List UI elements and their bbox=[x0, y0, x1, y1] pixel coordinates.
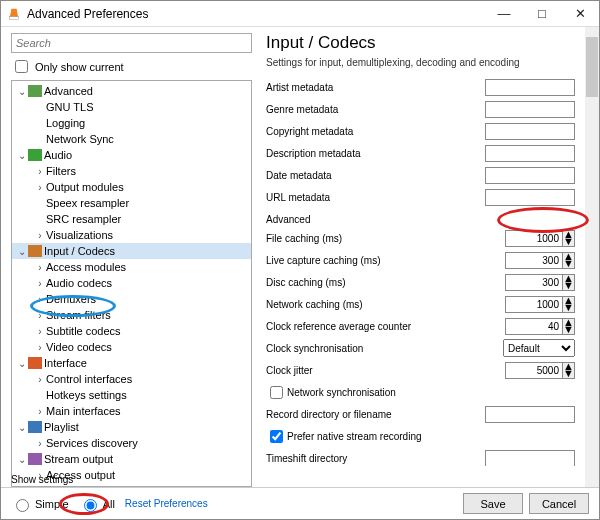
footer: Show settings Simple All Reset Preferenc… bbox=[1, 487, 599, 519]
tree-node[interactable]: ⌄Playlist bbox=[12, 419, 251, 435]
setting-row: Clock jitter▲▼ bbox=[266, 359, 575, 381]
setting-row: Timeshift directory bbox=[266, 447, 575, 466]
tree-node[interactable]: ›Services discovery bbox=[12, 435, 251, 451]
category-icon bbox=[28, 85, 42, 97]
setting-row: Date metadata bbox=[266, 164, 575, 186]
category-icon bbox=[28, 357, 42, 369]
tree-node[interactable]: ⌄Audio bbox=[12, 147, 251, 163]
category-icon bbox=[28, 245, 42, 257]
setting-row: Clock synchronisationDefault bbox=[266, 337, 575, 359]
tree-node[interactable]: ›Audio codecs bbox=[12, 275, 251, 291]
tree-node[interactable]: ›Main interfaces bbox=[12, 403, 251, 419]
tree-node[interactable]: SRC resampler bbox=[12, 211, 251, 227]
vlc-icon bbox=[7, 7, 21, 21]
tree-node[interactable]: ›Subtitle codecs bbox=[12, 323, 251, 339]
setting-row: Prefer native stream recording bbox=[266, 425, 575, 447]
tree-node[interactable]: ›Access modules bbox=[12, 259, 251, 275]
select-input[interactable]: Default bbox=[503, 339, 575, 357]
show-settings-label: Show settings bbox=[11, 474, 73, 485]
spin-input[interactable] bbox=[505, 362, 563, 379]
radio-all[interactable]: All bbox=[79, 496, 115, 512]
cancel-button[interactable]: Cancel bbox=[529, 493, 589, 514]
tree-node[interactable]: Network Sync bbox=[12, 131, 251, 147]
spin-buttons[interactable]: ▲▼ bbox=[563, 362, 575, 379]
setting-row: Copyright metadata bbox=[266, 120, 575, 142]
maximize-button[interactable]: □ bbox=[523, 1, 561, 26]
right-panel: Input / Codecs Settings for input, demul… bbox=[256, 27, 599, 487]
setting-row: Clock reference average counter▲▼ bbox=[266, 315, 575, 337]
setting-row: Network synchronisation bbox=[266, 381, 575, 403]
spin-buttons[interactable]: ▲▼ bbox=[563, 318, 575, 335]
only-show-current-checkbox[interactable] bbox=[15, 60, 28, 73]
page-title: Input / Codecs bbox=[266, 33, 589, 53]
checkbox-input[interactable] bbox=[270, 430, 283, 443]
spin-buttons[interactable]: ▲▼ bbox=[563, 230, 575, 247]
preferences-tree[interactable]: ⌄AdvancedGNU TLSLoggingNetwork Sync⌄Audi… bbox=[11, 80, 252, 487]
tree-node[interactable]: ›Demuxers bbox=[12, 291, 251, 307]
spin-buttons[interactable]: ▲▼ bbox=[563, 274, 575, 291]
tree-node[interactable]: ›Control interfaces bbox=[12, 371, 251, 387]
spin-buttons[interactable]: ▲▼ bbox=[563, 296, 575, 313]
text-input[interactable] bbox=[485, 145, 575, 162]
tree-node[interactable]: Hotkeys settings bbox=[12, 387, 251, 403]
category-icon bbox=[28, 453, 42, 465]
setting-row: Description metadata bbox=[266, 142, 575, 164]
setting-row: Artist metadata bbox=[266, 76, 575, 98]
minimize-button[interactable]: — bbox=[485, 1, 523, 26]
checkbox-input[interactable] bbox=[270, 386, 283, 399]
only-show-current[interactable]: Only show current bbox=[11, 57, 252, 76]
tree-node[interactable]: GNU TLS bbox=[12, 99, 251, 115]
tree-node[interactable]: ›Video codecs bbox=[12, 339, 251, 355]
setting-row: Disc caching (ms)▲▼ bbox=[266, 271, 575, 293]
text-input[interactable] bbox=[485, 167, 575, 184]
spin-input[interactable] bbox=[505, 296, 563, 313]
search-input[interactable] bbox=[11, 33, 252, 53]
settings-scroll[interactable]: Artist metadataGenre metadataCopyright m… bbox=[266, 76, 589, 466]
scrollbar[interactable] bbox=[585, 76, 589, 466]
setting-row: Network caching (ms)▲▼ bbox=[266, 293, 575, 315]
category-icon bbox=[28, 421, 42, 433]
tree-node[interactable]: ›Output modules bbox=[12, 179, 251, 195]
tree-node[interactable]: ⌄Advanced bbox=[12, 83, 251, 99]
spin-input[interactable] bbox=[505, 230, 563, 247]
setting-row: File caching (ms)▲▼ bbox=[266, 227, 575, 249]
spin-input[interactable] bbox=[505, 318, 563, 335]
text-input[interactable] bbox=[485, 189, 575, 206]
setting-row: Live capture caching (ms)▲▼ bbox=[266, 249, 575, 271]
tree-node[interactable]: ›Stream filters bbox=[12, 307, 251, 323]
setting-row: URL metadata bbox=[266, 186, 575, 208]
svg-rect-0 bbox=[10, 16, 19, 19]
tree-node[interactable]: Logging bbox=[12, 115, 251, 131]
setting-row: Genre metadata bbox=[266, 98, 575, 120]
setting-row: Record directory or filename bbox=[266, 403, 575, 425]
spin-input[interactable] bbox=[505, 252, 563, 269]
tree-node[interactable]: ⌄Input / Codecs bbox=[12, 243, 251, 259]
tree-node[interactable]: Speex resampler bbox=[12, 195, 251, 211]
page-subtitle: Settings for input, demultiplexing, deco… bbox=[266, 57, 589, 68]
text-input[interactable] bbox=[485, 101, 575, 118]
radio-simple[interactable]: Simple bbox=[11, 496, 69, 512]
reset-preferences-link[interactable]: Reset Preferences bbox=[125, 498, 208, 509]
category-icon bbox=[28, 149, 42, 161]
spin-buttons[interactable]: ▲▼ bbox=[563, 252, 575, 269]
window-title: Advanced Preferences bbox=[27, 7, 485, 21]
text-input[interactable] bbox=[485, 406, 575, 423]
tree-node[interactable]: ›Visualizations bbox=[12, 227, 251, 243]
save-button[interactable]: Save bbox=[463, 493, 523, 514]
text-input[interactable] bbox=[485, 450, 575, 467]
tree-node[interactable]: ⌄Stream output bbox=[12, 451, 251, 467]
text-input[interactable] bbox=[485, 123, 575, 140]
spin-input[interactable] bbox=[505, 274, 563, 291]
left-panel: Only show current ⌄AdvancedGNU TLSLoggin… bbox=[1, 27, 256, 487]
tree-node[interactable]: ›Filters bbox=[12, 163, 251, 179]
titlebar: Advanced Preferences — □ ✕ bbox=[1, 1, 599, 27]
text-input[interactable] bbox=[485, 79, 575, 96]
tree-node[interactable]: ⌄Interface bbox=[12, 355, 251, 371]
section-label: Advanced bbox=[266, 214, 575, 225]
close-button[interactable]: ✕ bbox=[561, 1, 599, 26]
